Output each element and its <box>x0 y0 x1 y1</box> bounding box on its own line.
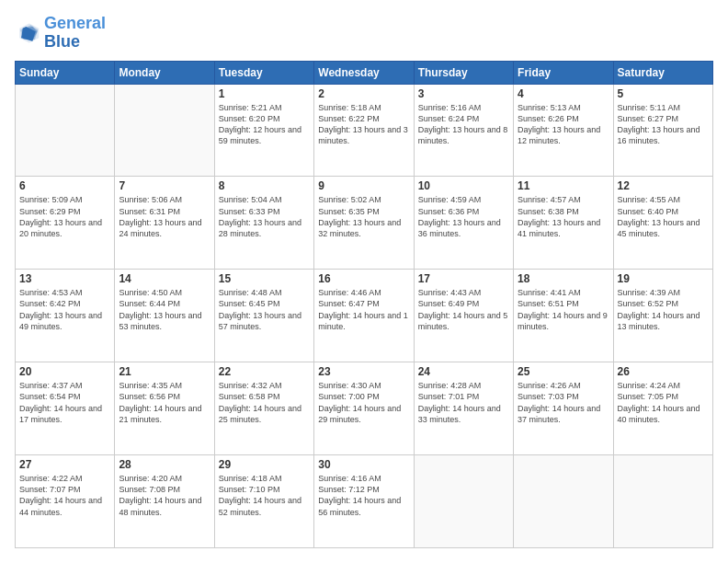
calendar-cell: 22Sunrise: 4:32 AM Sunset: 6:58 PM Dayli… <box>214 362 313 455</box>
calendar-cell: 28Sunrise: 4:20 AM Sunset: 7:08 PM Dayli… <box>115 455 214 548</box>
calendar-week-row: 13Sunrise: 4:53 AM Sunset: 6:42 PM Dayli… <box>16 270 713 362</box>
day-info: Sunrise: 4:30 AM Sunset: 7:00 PM Dayligh… <box>318 380 409 425</box>
day-number: 21 <box>119 365 210 378</box>
calendar-cell <box>16 84 115 177</box>
calendar-cell: 27Sunrise: 4:22 AM Sunset: 7:07 PM Dayli… <box>16 455 115 548</box>
calendar-cell: 1Sunrise: 5:21 AM Sunset: 6:20 PM Daylig… <box>214 84 313 177</box>
calendar-cell: 4Sunrise: 5:13 AM Sunset: 6:26 PM Daylig… <box>514 84 613 177</box>
day-number: 13 <box>19 272 110 285</box>
calendar-cell: 24Sunrise: 4:28 AM Sunset: 7:01 PM Dayli… <box>414 362 513 455</box>
day-number: 22 <box>219 365 310 378</box>
calendar-cell: 15Sunrise: 4:48 AM Sunset: 6:45 PM Dayli… <box>214 270 313 362</box>
day-number: 17 <box>418 272 509 285</box>
day-number: 11 <box>518 179 609 192</box>
day-info: Sunrise: 5:13 AM Sunset: 6:26 PM Dayligh… <box>518 102 609 147</box>
logo-text: General Blue <box>44 15 106 52</box>
logo: General Blue <box>15 15 106 52</box>
day-info: Sunrise: 5:02 AM Sunset: 6:35 PM Dayligh… <box>318 194 409 239</box>
calendar-cell: 3Sunrise: 5:16 AM Sunset: 6:24 PM Daylig… <box>414 84 513 177</box>
day-info: Sunrise: 4:53 AM Sunset: 6:42 PM Dayligh… <box>19 287 110 332</box>
calendar-day-header: Friday <box>514 61 613 84</box>
header: General Blue <box>15 15 713 52</box>
calendar-day-header: Tuesday <box>214 61 313 84</box>
calendar-week-row: 20Sunrise: 4:37 AM Sunset: 6:54 PM Dayli… <box>16 362 713 455</box>
day-info: Sunrise: 4:18 AM Sunset: 7:10 PM Dayligh… <box>219 473 310 518</box>
calendar-cell: 13Sunrise: 4:53 AM Sunset: 6:42 PM Dayli… <box>16 270 115 362</box>
calendar-week-row: 6Sunrise: 5:09 AM Sunset: 6:29 PM Daylig… <box>16 177 713 270</box>
day-info: Sunrise: 5:18 AM Sunset: 6:22 PM Dayligh… <box>318 102 409 147</box>
calendar-cell: 12Sunrise: 4:55 AM Sunset: 6:40 PM Dayli… <box>613 177 712 270</box>
page: General Blue SundayMondayTuesdayWednesda… <box>0 0 728 563</box>
calendar-cell: 30Sunrise: 4:16 AM Sunset: 7:12 PM Dayli… <box>314 455 414 548</box>
day-number: 6 <box>19 179 110 192</box>
day-info: Sunrise: 4:48 AM Sunset: 6:45 PM Dayligh… <box>219 287 310 332</box>
day-number: 25 <box>518 365 609 378</box>
day-number: 20 <box>19 365 110 378</box>
calendar-day-header: Saturday <box>613 61 712 84</box>
calendar-cell: 10Sunrise: 4:59 AM Sunset: 6:36 PM Dayli… <box>414 177 513 270</box>
day-info: Sunrise: 4:35 AM Sunset: 6:56 PM Dayligh… <box>119 380 210 425</box>
day-number: 1 <box>219 87 310 100</box>
calendar-cell <box>115 84 214 177</box>
day-number: 26 <box>618 365 709 378</box>
calendar-week-row: 27Sunrise: 4:22 AM Sunset: 7:07 PM Dayli… <box>16 455 713 548</box>
day-info: Sunrise: 4:46 AM Sunset: 6:47 PM Dayligh… <box>318 287 409 332</box>
calendar-cell: 9Sunrise: 5:02 AM Sunset: 6:35 PM Daylig… <box>314 177 414 270</box>
calendar-day-header: Sunday <box>16 61 115 84</box>
day-number: 29 <box>219 458 310 471</box>
calendar-cell <box>613 455 712 548</box>
calendar-cell <box>514 455 613 548</box>
day-info: Sunrise: 4:28 AM Sunset: 7:01 PM Dayligh… <box>418 380 509 425</box>
day-info: Sunrise: 4:43 AM Sunset: 6:49 PM Dayligh… <box>418 287 509 332</box>
calendar-cell: 7Sunrise: 5:06 AM Sunset: 6:31 PM Daylig… <box>115 177 214 270</box>
day-info: Sunrise: 4:24 AM Sunset: 7:05 PM Dayligh… <box>618 380 709 425</box>
day-info: Sunrise: 4:50 AM Sunset: 6:44 PM Dayligh… <box>119 287 210 332</box>
day-number: 27 <box>19 458 110 471</box>
calendar-day-header: Thursday <box>414 61 513 84</box>
day-info: Sunrise: 5:06 AM Sunset: 6:31 PM Dayligh… <box>119 194 210 239</box>
calendar-cell: 11Sunrise: 4:57 AM Sunset: 6:38 PM Dayli… <box>514 177 613 270</box>
calendar-cell: 18Sunrise: 4:41 AM Sunset: 6:51 PM Dayli… <box>514 270 613 362</box>
calendar-week-row: 1Sunrise: 5:21 AM Sunset: 6:20 PM Daylig… <box>16 84 713 177</box>
day-info: Sunrise: 4:41 AM Sunset: 6:51 PM Dayligh… <box>518 287 609 332</box>
day-info: Sunrise: 4:55 AM Sunset: 6:40 PM Dayligh… <box>618 194 709 239</box>
day-number: 7 <box>119 179 210 192</box>
day-info: Sunrise: 4:39 AM Sunset: 6:52 PM Dayligh… <box>618 287 709 332</box>
day-info: Sunrise: 4:37 AM Sunset: 6:54 PM Dayligh… <box>19 380 110 425</box>
calendar-cell: 23Sunrise: 4:30 AM Sunset: 7:00 PM Dayli… <box>314 362 414 455</box>
calendar-table: SundayMondayTuesdayWednesdayThursdayFrid… <box>15 61 713 548</box>
day-number: 8 <box>219 179 310 192</box>
calendar-cell: 17Sunrise: 4:43 AM Sunset: 6:49 PM Dayli… <box>414 270 513 362</box>
calendar-cell: 5Sunrise: 5:11 AM Sunset: 6:27 PM Daylig… <box>613 84 712 177</box>
calendar-header-row: SundayMondayTuesdayWednesdayThursdayFrid… <box>16 61 713 84</box>
calendar-cell: 29Sunrise: 4:18 AM Sunset: 7:10 PM Dayli… <box>214 455 313 548</box>
calendar-cell: 16Sunrise: 4:46 AM Sunset: 6:47 PM Dayli… <box>314 270 414 362</box>
day-number: 23 <box>318 365 409 378</box>
day-number: 12 <box>618 179 709 192</box>
calendar-cell: 20Sunrise: 4:37 AM Sunset: 6:54 PM Dayli… <box>16 362 115 455</box>
day-info: Sunrise: 4:59 AM Sunset: 6:36 PM Dayligh… <box>418 194 509 239</box>
day-info: Sunrise: 5:09 AM Sunset: 6:29 PM Dayligh… <box>19 194 110 239</box>
day-number: 10 <box>418 179 509 192</box>
calendar-cell: 21Sunrise: 4:35 AM Sunset: 6:56 PM Dayli… <box>115 362 214 455</box>
calendar-cell <box>414 455 513 548</box>
calendar-cell: 2Sunrise: 5:18 AM Sunset: 6:22 PM Daylig… <box>314 84 414 177</box>
logo-icon <box>15 20 40 46</box>
day-number: 3 <box>418 87 509 100</box>
day-number: 15 <box>219 272 310 285</box>
calendar-cell: 8Sunrise: 5:04 AM Sunset: 6:33 PM Daylig… <box>214 177 313 270</box>
day-info: Sunrise: 4:20 AM Sunset: 7:08 PM Dayligh… <box>119 473 210 518</box>
day-info: Sunrise: 4:32 AM Sunset: 6:58 PM Dayligh… <box>219 380 310 425</box>
day-number: 4 <box>518 87 609 100</box>
day-info: Sunrise: 5:21 AM Sunset: 6:20 PM Dayligh… <box>219 102 310 147</box>
calendar-day-header: Wednesday <box>314 61 414 84</box>
day-info: Sunrise: 5:11 AM Sunset: 6:27 PM Dayligh… <box>618 102 709 147</box>
day-number: 24 <box>418 365 509 378</box>
day-info: Sunrise: 4:22 AM Sunset: 7:07 PM Dayligh… <box>19 473 110 518</box>
day-number: 19 <box>618 272 709 285</box>
calendar-cell: 26Sunrise: 4:24 AM Sunset: 7:05 PM Dayli… <box>613 362 712 455</box>
day-info: Sunrise: 5:04 AM Sunset: 6:33 PM Dayligh… <box>219 194 310 239</box>
day-number: 2 <box>318 87 409 100</box>
calendar-cell: 6Sunrise: 5:09 AM Sunset: 6:29 PM Daylig… <box>16 177 115 270</box>
day-number: 30 <box>318 458 409 471</box>
